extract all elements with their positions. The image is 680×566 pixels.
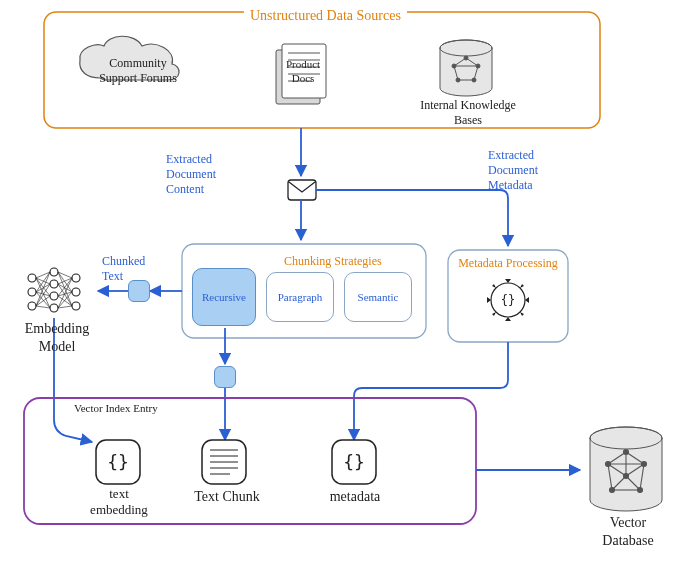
svg-point-13: [472, 78, 476, 82]
svg-line-76: [626, 452, 644, 464]
svg-point-70: [606, 462, 611, 467]
svg-line-52: [58, 292, 72, 296]
svg-rect-20: [288, 180, 316, 200]
svg-point-72: [610, 488, 615, 493]
kb-label: Internal Knowledge Bases: [408, 98, 528, 128]
svg-line-49: [58, 284, 72, 292]
document-icon: [276, 44, 326, 104]
svg-line-14: [454, 58, 466, 66]
chunking-paragraph: Paragraph: [266, 272, 334, 322]
svg-point-28: [50, 292, 58, 300]
chunking-recursive: Recursive: [192, 268, 256, 326]
metadata-title: Metadata Processing: [452, 254, 564, 273]
svg-line-50: [58, 284, 72, 306]
svg-point-29: [50, 304, 58, 312]
svg-point-8: [440, 40, 492, 56]
arrow-envelope-to-metadata: [316, 190, 508, 246]
connector-chunked: [128, 280, 150, 302]
svg-line-16: [454, 66, 458, 80]
vector-entry-container: [24, 398, 476, 524]
svg-line-40: [36, 292, 50, 308]
svg-line-35: [36, 278, 50, 296]
svg-line-81: [608, 464, 626, 476]
svg-line-39: [36, 292, 50, 296]
svg-line-38: [36, 284, 50, 292]
arrow-metadata-down: [354, 342, 508, 440]
extracted-content-label: Extracted Document Content: [166, 152, 246, 197]
svg-line-36: [36, 278, 50, 308]
svg-line-56: [58, 306, 72, 308]
svg-rect-0: [276, 50, 320, 104]
svg-point-68: [590, 427, 662, 449]
svg-line-77: [608, 464, 612, 490]
svg-point-67: [590, 427, 662, 449]
arrow-embedding-to-textembedding: [54, 318, 92, 442]
svg-line-34: [36, 278, 50, 284]
svg-line-51: [58, 278, 72, 296]
envelope-icon: [288, 180, 316, 200]
svg-line-47: [58, 272, 72, 306]
svg-point-30: [72, 274, 80, 282]
text-chunk-label: Text Chunk: [182, 488, 272, 506]
database-icon-kb: [440, 40, 492, 96]
svg-point-25: [28, 302, 36, 310]
svg-point-10: [452, 64, 456, 68]
docs-label: Product Docs: [278, 58, 328, 86]
svg-rect-57: [96, 440, 140, 484]
svg-point-24: [28, 288, 36, 296]
svg-point-12: [456, 78, 460, 82]
svg-line-15: [466, 58, 478, 66]
svg-line-37: [36, 272, 50, 292]
sources-title: Unstructured Data Sources: [244, 5, 407, 27]
svg-line-41: [36, 272, 50, 306]
svg-line-33: [36, 272, 50, 278]
svg-line-46: [58, 272, 72, 292]
metadata-node: {}: [332, 440, 376, 484]
text-chunk-node: [202, 440, 246, 484]
svg-line-43: [36, 296, 50, 306]
connector-below-recursive: [214, 366, 236, 388]
svg-rect-59: [202, 440, 246, 484]
svg-line-82: [626, 464, 644, 476]
svg-line-53: [58, 296, 72, 306]
svg-point-23: [28, 274, 36, 282]
svg-rect-1: [282, 44, 326, 98]
svg-point-31: [72, 288, 80, 296]
gear-icon: {}: [487, 279, 529, 321]
vector-db-label: Vector Database: [588, 514, 668, 549]
svg-line-42: [36, 284, 50, 306]
svg-line-17: [474, 66, 478, 80]
svg-text:{}: {}: [107, 451, 129, 472]
svg-point-71: [642, 462, 647, 467]
sources-container: [44, 12, 600, 128]
database-icon-vector: [590, 427, 662, 511]
svg-line-54: [58, 278, 72, 308]
vector-entry-title: Vector Index Entry: [74, 402, 158, 416]
svg-line-84: [626, 476, 640, 490]
svg-point-26: [50, 268, 58, 276]
svg-point-74: [624, 474, 629, 479]
svg-point-21: [491, 283, 525, 317]
svg-line-48: [58, 278, 72, 284]
chunking-title: Chunking Strategies: [278, 252, 388, 271]
svg-point-11: [476, 64, 480, 68]
svg-rect-65: [332, 440, 376, 484]
text-embedding-node: {}: [96, 440, 140, 484]
svg-point-32: [72, 302, 80, 310]
extracted-metadata-label: Extracted Document Metadata: [488, 148, 568, 193]
svg-line-55: [58, 292, 72, 308]
chunking-semantic: Semantic: [344, 272, 412, 322]
svg-line-44: [36, 306, 50, 308]
metadata-container: [448, 250, 568, 342]
embedding-model-label: Embedding Model: [12, 320, 102, 355]
neural-net-icon: [28, 268, 80, 312]
svg-text:{}: {}: [343, 451, 365, 472]
forums-label: Community Support Forums: [88, 56, 188, 86]
cloud-icon: [80, 36, 179, 80]
svg-line-45: [58, 272, 72, 278]
svg-point-7: [440, 40, 492, 56]
text-embedding-label: text embedding: [84, 486, 154, 519]
svg-line-83: [612, 476, 626, 490]
svg-line-75: [608, 452, 626, 464]
svg-point-9: [464, 56, 468, 60]
